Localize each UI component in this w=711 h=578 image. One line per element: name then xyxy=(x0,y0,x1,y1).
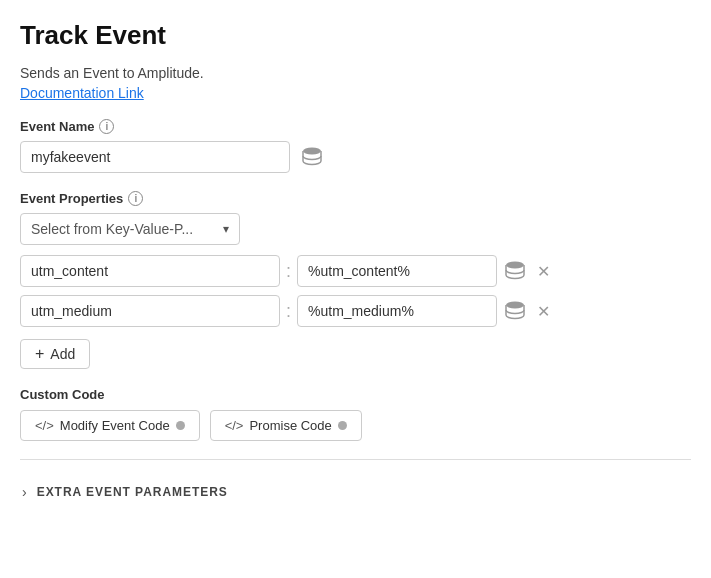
promise-code-button[interactable]: </> Promise Code xyxy=(210,410,362,441)
event-name-label: Event Name i xyxy=(20,119,691,134)
divider xyxy=(20,459,691,460)
kv-key-input-2[interactable] xyxy=(20,295,280,327)
kv-separator-2: : xyxy=(286,301,291,322)
svg-point-2 xyxy=(506,302,524,309)
kv-row-1: : ✕ xyxy=(20,255,691,287)
modify-event-code-button[interactable]: </> Modify Event Code xyxy=(20,410,200,441)
event-name-info-icon[interactable]: i xyxy=(99,119,114,134)
event-name-input[interactable] xyxy=(20,141,290,173)
promise-code-label: Promise Code xyxy=(249,418,331,433)
kv-value-input-1[interactable] xyxy=(297,255,497,287)
code-tag-icon-1: </> xyxy=(35,418,54,433)
kv-row-2: : ✕ xyxy=(20,295,691,327)
add-plus-icon: + xyxy=(35,346,44,362)
promise-code-indicator xyxy=(338,421,347,430)
extra-params-label: EXTRA EVENT PARAMETERS xyxy=(37,485,228,499)
subtitle: Sends an Event to Amplitude. xyxy=(20,65,691,81)
kv-db-icon-2[interactable] xyxy=(503,299,527,323)
documentation-link[interactable]: Documentation Link xyxy=(20,85,144,101)
dropdown-label: Select from Key-Value-P... xyxy=(31,221,193,237)
code-tag-icon-2: </> xyxy=(225,418,244,433)
page-title: Track Event xyxy=(20,20,691,51)
custom-code-section: Custom Code </> Modify Event Code </> Pr… xyxy=(20,387,691,441)
main-container: Track Event Sends an Event to Amplitude.… xyxy=(0,0,711,578)
modify-event-label: Modify Event Code xyxy=(60,418,170,433)
chevron-down-icon: ▾ xyxy=(223,222,229,236)
modify-event-indicator xyxy=(176,421,185,430)
add-label: Add xyxy=(50,346,75,362)
svg-point-0 xyxy=(303,148,321,155)
code-buttons-row: </> Modify Event Code </> Promise Code xyxy=(20,410,691,441)
kv-key-input-1[interactable] xyxy=(20,255,280,287)
event-name-row xyxy=(20,141,691,173)
svg-point-1 xyxy=(506,262,524,269)
custom-code-label: Custom Code xyxy=(20,387,691,402)
kv-db-icon-1[interactable] xyxy=(503,259,527,283)
kv-value-input-2[interactable] xyxy=(297,295,497,327)
add-button[interactable]: + Add xyxy=(20,339,90,369)
event-name-db-icon[interactable] xyxy=(300,145,324,169)
extra-params-row[interactable]: › EXTRA EVENT PARAMETERS xyxy=(20,478,691,506)
key-value-dropdown[interactable]: Select from Key-Value-P... ▾ xyxy=(20,213,240,245)
kv-remove-btn-1[interactable]: ✕ xyxy=(533,260,554,283)
event-properties-section: Event Properties i Select from Key-Value… xyxy=(20,191,691,369)
event-properties-label: Event Properties i xyxy=(20,191,691,206)
kv-remove-btn-2[interactable]: ✕ xyxy=(533,300,554,323)
event-properties-info-icon[interactable]: i xyxy=(128,191,143,206)
chevron-right-icon: › xyxy=(22,484,27,500)
kv-separator-1: : xyxy=(286,261,291,282)
